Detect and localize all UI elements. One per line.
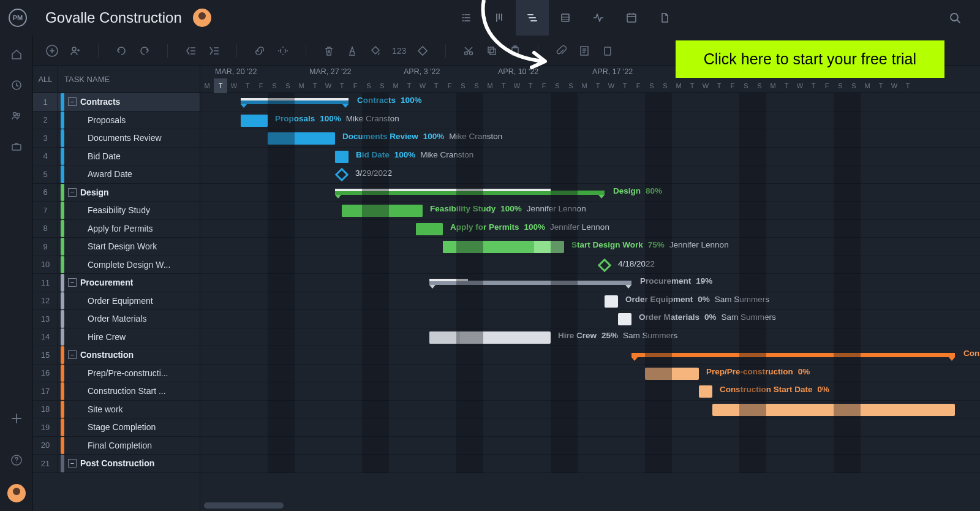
day-cell: T — [874, 78, 888, 93]
outdent-icon[interactable] — [184, 44, 197, 58]
col-name-header[interactable]: TASK NAME — [58, 75, 200, 84]
col-all-header[interactable]: ALL — [33, 66, 58, 93]
gantt-row[interactable] — [200, 455, 980, 473]
gantt-row[interactable]: Proposals100%Mike Cranston — [200, 112, 980, 130]
home-icon[interactable] — [10, 48, 23, 61]
task-row[interactable]: 13Order Materials — [33, 310, 200, 328]
project-title[interactable]: Govalle Construction — [45, 9, 182, 26]
color-strip — [61, 437, 64, 455]
gantt-row[interactable] — [200, 437, 980, 455]
gantt-row[interactable]: Construction Start Date0% — [200, 382, 980, 401]
horizontal-scrollbar[interactable] — [204, 502, 284, 509]
milestone-icon[interactable] — [335, 168, 349, 182]
number-format-label[interactable]: 123 — [392, 46, 406, 56]
task-bar[interactable] — [618, 313, 631, 325]
task-row[interactable]: 16Prep/Pre-constructi... — [33, 365, 200, 383]
gantt-row[interactable]: 3/29/2022 — [200, 165, 980, 184]
task-row[interactable]: 11−Procurement — [33, 274, 200, 292]
summary-bar[interactable] — [631, 353, 955, 357]
add-task-icon[interactable] — [45, 44, 59, 58]
gantt-row[interactable]: Apply for Permits100%Jennifer Lennon — [200, 220, 980, 238]
task-row[interactable]: 5Award Date — [33, 165, 200, 184]
day-cell: T — [780, 78, 793, 93]
gantt-panel[interactable]: MAR, 20 '22MAR, 27 '22APR, 3 '22APR, 10 … — [200, 66, 980, 511]
day-cell: S — [281, 78, 295, 93]
unlink-icon[interactable] — [276, 44, 290, 58]
summary-bar[interactable] — [241, 100, 349, 104]
collapse-icon[interactable]: − — [68, 350, 77, 359]
delete-icon[interactable] — [322, 44, 336, 58]
gantt-body[interactable]: Contracts100%Proposals100%Mike CranstonD… — [200, 93, 980, 473]
collapse-icon[interactable]: − — [68, 97, 77, 106]
task-row[interactable]: 17Construction Start ... — [33, 382, 200, 401]
app-logo[interactable]: PM — [9, 9, 27, 27]
search-icon[interactable] — [938, 0, 971, 36]
gantt-row[interactable]: Documents Review100%Mike Cranston — [200, 129, 980, 148]
gantt-row[interactable]: Hire Crew25%Sam Summers — [200, 328, 980, 347]
gantt-row[interactable]: 4/18/2022 — [200, 256, 980, 274]
day-cell: F — [537, 78, 551, 93]
gantt-row[interactable]: Contracts100% — [200, 93, 980, 112]
task-row[interactable]: 14Hire Crew — [33, 328, 200, 347]
view-activity-icon[interactable] — [582, 0, 615, 36]
milestone-icon[interactable] — [416, 44, 429, 58]
project-avatar[interactable] — [193, 9, 211, 27]
task-row[interactable]: 20Final Completion — [33, 437, 200, 455]
gantt-row[interactable] — [200, 418, 980, 437]
task-row[interactable]: 18Site work — [33, 401, 200, 419]
task-bar[interactable] — [699, 385, 712, 398]
add-icon[interactable] — [10, 412, 23, 425]
collapse-icon[interactable]: − — [68, 278, 77, 287]
gantt-row[interactable]: Procurement19% — [200, 274, 980, 292]
task-bar[interactable] — [429, 331, 551, 344]
indent-icon[interactable] — [207, 44, 221, 58]
milestone-icon[interactable] — [598, 258, 612, 272]
text-style-icon[interactable] — [345, 44, 359, 58]
task-bar[interactable] — [241, 115, 268, 127]
task-row[interactable]: 8Apply for Permits — [33, 220, 200, 238]
task-name-label: Design — [80, 187, 109, 197]
gantt-row[interactable]: Prep/Pre-construction0% — [200, 365, 980, 383]
task-row[interactable]: 6−Design — [33, 184, 200, 202]
task-row[interactable]: 10Complete Design W... — [33, 256, 200, 274]
task-row[interactable]: 12Order Equipment — [33, 292, 200, 311]
view-calendar-icon[interactable] — [615, 0, 648, 36]
help-icon[interactable] — [10, 453, 23, 467]
task-row[interactable]: 3Documents Review — [33, 129, 200, 148]
gantt-row[interactable]: Order Materials0%Sam Summers — [200, 310, 980, 328]
gantt-row[interactable]: Start Design Work75%Jennifer Lennon — [200, 238, 980, 256]
redo-icon[interactable] — [138, 44, 151, 58]
task-row[interactable]: 9Start Design Work — [33, 238, 200, 256]
task-row[interactable]: 4Bid Date — [33, 148, 200, 166]
briefcase-icon[interactable] — [10, 140, 23, 153]
note-icon[interactable] — [578, 44, 591, 58]
task-bar[interactable] — [605, 295, 618, 308]
task-row[interactable]: 7Feasibility Study — [33, 202, 200, 220]
collapse-icon[interactable]: − — [68, 188, 77, 197]
task-bar[interactable] — [416, 223, 443, 235]
gantt-row[interactable]: Order Equipment0%Sam Summers — [200, 292, 980, 311]
gantt-row[interactable]: Construction — [200, 346, 980, 365]
user-avatar[interactable] — [7, 484, 26, 502]
gantt-row[interactable] — [200, 401, 980, 419]
gantt-row[interactable]: Bid Date100%Mike Cranston — [200, 148, 980, 166]
team-icon[interactable] — [10, 109, 23, 123]
task-row[interactable]: 21−Post Construction — [33, 455, 200, 473]
undo-icon[interactable] — [115, 44, 128, 58]
gantt-row[interactable]: Design80% — [200, 184, 980, 202]
view-files-icon[interactable] — [648, 0, 681, 36]
gantt-row[interactable]: Feasibility Study100%Jennifer Lennon — [200, 202, 980, 220]
link-icon[interactable] — [253, 44, 266, 58]
task-row[interactable]: 15−Construction — [33, 346, 200, 365]
clipboard-icon[interactable] — [601, 44, 614, 58]
task-row[interactable]: 2Proposals — [33, 112, 200, 130]
fill-icon[interactable] — [369, 44, 382, 58]
cta-banner[interactable]: Click here to start your free trial — [676, 40, 944, 78]
assign-icon[interactable] — [69, 44, 82, 58]
day-cell: M — [389, 78, 402, 93]
task-row[interactable]: 19Stage Completion — [33, 418, 200, 437]
collapse-icon[interactable]: − — [68, 459, 77, 467]
recent-icon[interactable] — [10, 78, 23, 92]
task-row[interactable]: 1−Contracts — [33, 93, 200, 112]
task-bar[interactable] — [335, 151, 349, 163]
